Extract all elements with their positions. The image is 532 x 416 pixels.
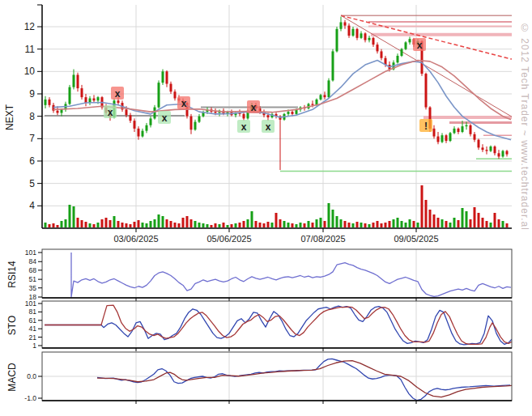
candle-body [486,150,488,151]
ma-fast-line [53,60,511,139]
svg-text:07/08/2025: 07/08/2025 [300,234,345,244]
svg-text:!: ! [424,121,428,132]
candle-body [170,84,172,92]
candle-body [142,131,144,137]
stock-chart-screenshot: NEXT RSI14 STO MACD © 2012 Tech Trader ~… [0,0,532,416]
candle-body [490,146,492,151]
candle-body [73,74,75,87]
candle-body [146,125,148,131]
candle-body [194,122,197,130]
svg-text:09/05/2025: 09/05/2025 [394,234,438,244]
candle-body [478,140,480,148]
candle-body [453,129,456,134]
svg-text:0.0: 0.0 [27,372,36,380]
candle-body [85,97,87,103]
candle-body [77,74,79,88]
ticker-label: NEXT [4,101,15,134]
candle-body [198,117,201,122]
candle-body [401,49,403,56]
chart-canvas: xxxxxxxx!12111098765403/06/202505/06/202… [0,0,532,416]
candle-body [360,33,363,38]
candle-body [405,42,407,49]
svg-text:12: 12 [24,21,36,32]
candle-body [356,29,359,38]
candle-body [372,38,375,45]
candle-body [150,118,152,125]
svg-text:8: 8 [29,111,35,122]
candle-body [174,91,177,98]
svg-text:x: x [162,112,168,124]
candle-body [93,99,96,101]
candle-body [215,112,217,112]
candle-body [441,135,444,142]
svg-text:7: 7 [29,133,35,144]
candle-body [397,56,399,62]
candle-body [482,147,484,150]
candle-body [49,100,51,105]
svg-text:68: 68 [29,266,37,274]
candle-body [502,151,504,157]
svg-text:101: 101 [25,248,36,257]
svg-text:03/06/2025: 03/06/2025 [113,234,158,244]
macd-series-line [97,359,510,400]
candle-body [474,134,476,140]
candle-body [117,100,120,103]
candle-body [445,135,448,141]
candle-body [433,129,436,137]
candle-body [243,114,245,119]
svg-text:101: 101 [25,299,36,308]
candle-body [166,71,168,83]
candle-body [409,39,411,42]
svg-text:-1.0: -1.0 [24,394,36,402]
candle-body [344,22,347,25]
svg-text:10: 10 [24,66,36,77]
svg-text:x: x [251,102,257,113]
svg-text:11: 11 [25,44,36,55]
candle-body [449,133,452,141]
rsi-series-line [71,253,511,297]
main-price-panel: xxxxxxxx!12111098765403/06/202505/06/202… [24,5,512,244]
candle-body [381,51,383,57]
candle-body [377,45,379,51]
candle-body [138,129,140,137]
svg-text:x: x [417,40,423,51]
svg-text:61: 61 [29,316,37,325]
svg-text:6: 6 [29,155,35,167]
candle-body [81,88,83,97]
candle-body [130,115,132,121]
svg-text:81: 81 [29,308,37,316]
svg-text:x: x [266,121,271,133]
svg-text:5: 5 [29,178,35,189]
sto-panel: 101816141211 [25,299,512,351]
candle-body [312,104,314,104]
candle-body [437,137,440,142]
candle-body [267,115,270,117]
candle-body [320,95,322,100]
sto-series-line [45,306,512,345]
candle-body [287,112,290,114]
candle-body [57,111,59,113]
candle-body [45,100,47,105]
rsi-panel: 1018468513518 [25,248,512,301]
volume-bars [45,185,509,227]
candle-body [332,51,334,80]
candle-body [364,33,367,40]
candle-body [61,109,63,112]
svg-text:05/06/2025: 05/06/2025 [206,234,251,244]
candle-body [458,129,460,132]
watermark-text: © 2012 Tech Trader ~ www.techtrader.al [519,23,530,225]
svg-text:4: 4 [29,200,35,211]
candle-body [97,97,100,100]
macd-panel-label: MACD [6,359,18,396]
candle-body [425,74,428,107]
candle-body [340,22,343,28]
candle-body [126,109,128,115]
candle-body [69,87,71,104]
svg-text:21: 21 [29,333,37,342]
candle-body [498,153,500,156]
candle-body [494,146,496,153]
svg-text:84: 84 [29,257,37,265]
svg-text:x: x [108,107,113,118]
svg-text:9: 9 [29,88,35,100]
candle-body [506,151,509,155]
